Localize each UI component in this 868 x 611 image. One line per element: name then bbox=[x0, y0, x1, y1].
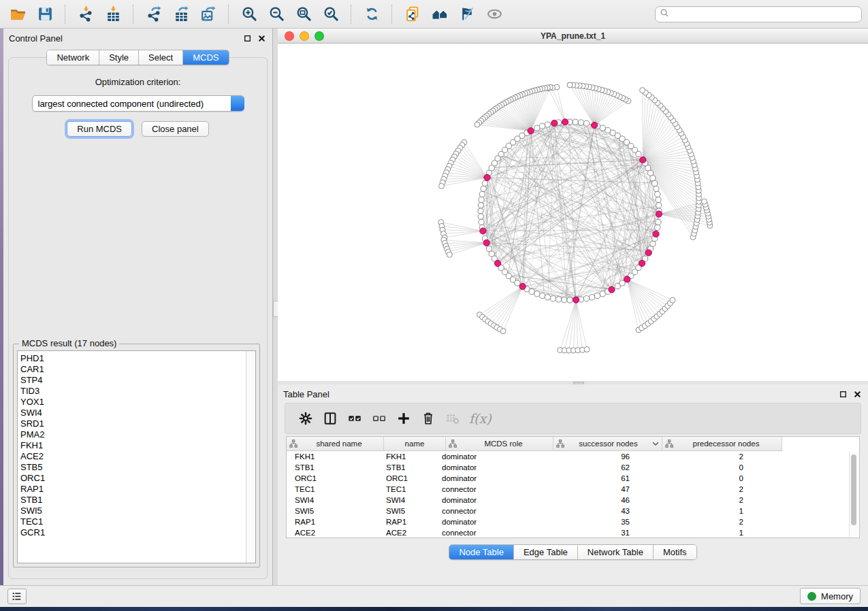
toggle-graphics-details-button[interactable] bbox=[453, 3, 481, 26]
network-node[interactable] bbox=[539, 123, 545, 129]
tab-node-table[interactable]: Node Table bbox=[449, 545, 514, 559]
network-node[interactable] bbox=[652, 180, 658, 186]
network-hub-node[interactable] bbox=[528, 128, 534, 134]
network-node[interactable] bbox=[656, 203, 662, 208]
mcds-result-list[interactable]: PHD1CAR1STP4TID3YOX1SWI4SRD1PMA2FKH1ACE2… bbox=[17, 350, 256, 563]
network-node[interactable] bbox=[478, 208, 483, 214]
network-node[interactable] bbox=[439, 183, 445, 188]
network-node[interactable] bbox=[650, 241, 656, 246]
mcds-result-scrollbar[interactable] bbox=[246, 351, 255, 563]
network-node[interactable] bbox=[481, 186, 486, 191]
network-node[interactable] bbox=[550, 296, 556, 301]
network-node[interactable] bbox=[478, 203, 483, 208]
network-node[interactable] bbox=[479, 191, 485, 197]
network-node[interactable] bbox=[583, 296, 589, 301]
network-node[interactable] bbox=[529, 288, 534, 294]
network-hub-node[interactable] bbox=[562, 119, 568, 125]
network-node[interactable] bbox=[656, 219, 661, 225]
search-input[interactable] bbox=[672, 7, 857, 21]
column-header-MCDS-role[interactable]: MCDS role bbox=[446, 437, 553, 451]
mcds-result-item[interactable]: RAP1 bbox=[20, 484, 246, 495]
select-all-button[interactable] bbox=[342, 407, 367, 430]
network-node[interactable] bbox=[655, 225, 660, 230]
save-session-button[interactable] bbox=[31, 3, 59, 26]
mcds-result-item[interactable]: GCR1 bbox=[20, 527, 246, 538]
column-header-successor-nodes[interactable]: successor nodes bbox=[553, 437, 662, 451]
network-node[interactable] bbox=[479, 197, 484, 203]
add-row-button[interactable] bbox=[391, 407, 416, 430]
mcds-result-item[interactable]: PHD1 bbox=[20, 353, 246, 364]
unselect-all-button[interactable] bbox=[367, 407, 391, 430]
zoom-selected-button[interactable] bbox=[317, 3, 344, 26]
mcds-result-item[interactable]: FKH1 bbox=[20, 440, 246, 451]
network-node[interactable] bbox=[573, 119, 578, 125]
network-node[interactable] bbox=[594, 293, 600, 299]
open-file-button[interactable] bbox=[4, 3, 31, 26]
network-node[interactable] bbox=[534, 291, 540, 297]
tab-network-table[interactable]: Network Table bbox=[578, 545, 654, 559]
network-hub-node[interactable] bbox=[551, 120, 558, 126]
zoom-out-button[interactable] bbox=[263, 3, 290, 26]
table-row[interactable]: ORC1ORC1dominator610 bbox=[287, 473, 859, 484]
network-node[interactable] bbox=[620, 280, 625, 286]
zoom-fit-button[interactable] bbox=[290, 3, 317, 26]
mcds-result-item[interactable]: CAR1 bbox=[20, 364, 246, 375]
network-node[interactable] bbox=[600, 125, 605, 131]
clone-network-button[interactable] bbox=[399, 3, 426, 26]
close-mcds-panel-button[interactable]: Close panel bbox=[142, 121, 209, 137]
network-node[interactable] bbox=[478, 214, 483, 219]
table-row[interactable]: TEC1TEC1connector472 bbox=[287, 484, 859, 495]
refresh-layout-button[interactable] bbox=[358, 3, 385, 26]
network-node[interactable] bbox=[562, 297, 567, 303]
network-hub-node[interactable] bbox=[653, 231, 659, 237]
close-panel-button[interactable] bbox=[852, 389, 863, 399]
network-hub-node[interactable] bbox=[494, 260, 500, 266]
network-node[interactable] bbox=[479, 219, 484, 225]
memory-button[interactable]: Memory bbox=[800, 588, 861, 604]
table-row[interactable]: SWI5SWI5connector431 bbox=[287, 506, 859, 516]
network-node[interactable] bbox=[670, 297, 675, 303]
table-row[interactable]: SWI4SWI4dominator462 bbox=[287, 495, 859, 506]
table-row[interactable]: RAP1RAP1dominator352 bbox=[287, 516, 859, 527]
network-node[interactable] bbox=[656, 197, 661, 203]
network-node[interactable] bbox=[482, 180, 487, 186]
tab-style[interactable]: Style bbox=[99, 50, 139, 65]
network-node[interactable] bbox=[702, 199, 707, 204]
table-row[interactable]: FKH1FKH1dominator962 bbox=[287, 451, 859, 462]
import-table-button[interactable] bbox=[99, 3, 127, 26]
network-node[interactable] bbox=[584, 347, 590, 352]
mcds-result-item[interactable]: PMA2 bbox=[20, 429, 246, 440]
column-header-name[interactable]: name bbox=[384, 437, 446, 451]
show-hide-eye-button[interactable] bbox=[481, 3, 508, 26]
network-node[interactable] bbox=[545, 122, 550, 127]
mcds-result-item[interactable]: ORC1 bbox=[20, 473, 246, 484]
mcds-result-item[interactable]: YOX1 bbox=[20, 397, 246, 408]
network-hub-node[interactable] bbox=[639, 260, 645, 266]
run-mcds-button[interactable]: Run MCDS bbox=[67, 121, 132, 137]
criterion-dropdown[interactable]: largest connected component (undirected) bbox=[32, 95, 244, 112]
network-node[interactable] bbox=[500, 329, 506, 334]
tab-mcds[interactable]: MCDS bbox=[183, 50, 228, 65]
mcds-result-item[interactable]: STB5 bbox=[20, 462, 246, 473]
column-header-predecessor-nodes[interactable]: predecessor nodes bbox=[662, 437, 782, 451]
network-hub-node[interactable] bbox=[645, 250, 652, 256]
table-row[interactable]: ACE2ACE2connector311 bbox=[287, 527, 859, 538]
network-node[interactable] bbox=[556, 297, 562, 302]
delete-row-button[interactable] bbox=[416, 407, 440, 430]
network-node[interactable] bbox=[515, 280, 520, 286]
float-panel-button[interactable] bbox=[838, 389, 848, 399]
network-node[interactable] bbox=[567, 82, 573, 88]
network-node[interactable] bbox=[567, 297, 573, 303]
network-node[interactable] bbox=[545, 295, 550, 300]
network-hub-node[interactable] bbox=[656, 211, 662, 217]
network-node[interactable] bbox=[578, 120, 583, 125]
tab-network[interactable]: Network bbox=[47, 50, 99, 65]
export-image-button[interactable] bbox=[195, 3, 222, 26]
mcds-result-item[interactable]: SWI5 bbox=[20, 506, 246, 516]
mcds-result-item[interactable]: STP4 bbox=[20, 375, 246, 386]
tab-select[interactable]: Select bbox=[139, 50, 183, 65]
home-view-button[interactable] bbox=[426, 3, 453, 26]
import-network-button[interactable] bbox=[72, 3, 99, 26]
network-hub-node[interactable] bbox=[609, 286, 615, 293]
mcds-result-item[interactable]: ACE2 bbox=[20, 451, 246, 462]
